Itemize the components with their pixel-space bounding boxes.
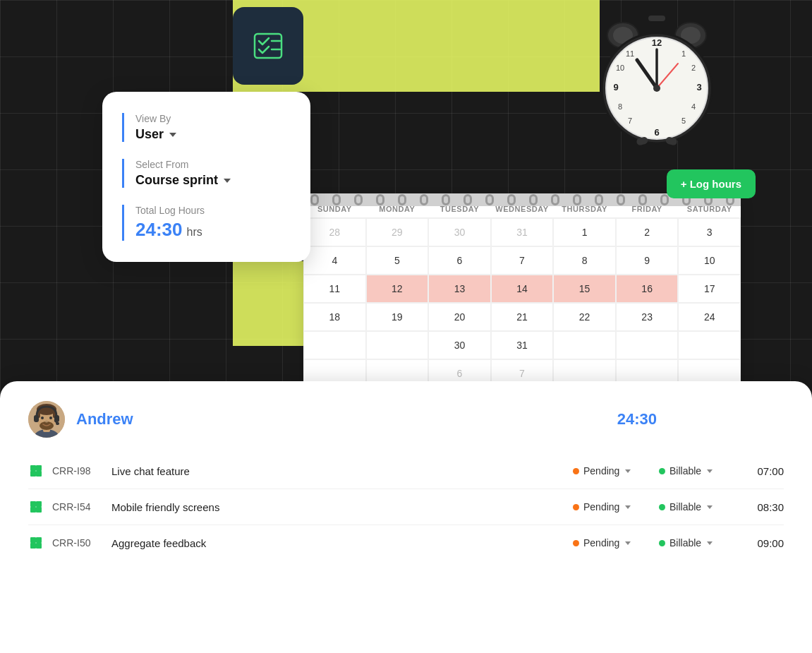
calendar-cell[interactable]: 9 xyxy=(616,246,679,275)
billing-badge[interactable]: Billable xyxy=(659,537,737,549)
calendar-cell[interactable]: 24 xyxy=(678,303,741,331)
status-badge[interactable]: Pending xyxy=(573,537,650,549)
svg-text:3: 3 xyxy=(696,82,701,92)
calendar-cell[interactable] xyxy=(553,331,616,359)
spiral-ring xyxy=(660,194,669,205)
task-time: 08:30 xyxy=(745,501,784,513)
task-name: Live chat feature xyxy=(111,465,564,477)
calendar-cell[interactable]: 1 xyxy=(553,218,616,246)
spiral-ring xyxy=(529,194,538,205)
hours-number: 24:30 xyxy=(135,219,183,241)
calendar-cell[interactable]: 3 xyxy=(678,218,741,246)
calendar-cell[interactable]: 23 xyxy=(616,303,679,331)
calendar-cell[interactable]: 12 xyxy=(366,275,429,303)
calendar-cell[interactable]: 11 xyxy=(303,275,366,303)
svg-text:12: 12 xyxy=(652,37,662,48)
calendar-cell[interactable]: 19 xyxy=(366,303,429,331)
calendar-cell[interactable] xyxy=(678,331,741,359)
select-from-value: Course sprint xyxy=(135,173,218,188)
calendar-cell[interactable]: 10 xyxy=(678,246,741,275)
svg-point-38 xyxy=(45,421,48,423)
calendar-cell[interactable]: 18 xyxy=(303,303,366,331)
calendar-cell[interactable]: 17 xyxy=(678,275,741,303)
task-name: Aggregate feedback xyxy=(111,537,564,549)
task-id: CRR-I98 xyxy=(52,465,103,477)
task-time: 09:00 xyxy=(745,537,784,549)
calendar-cell[interactable]: 4 xyxy=(303,246,366,275)
status-dot-pending xyxy=(573,540,579,546)
calendar-cell[interactable]: 29 xyxy=(366,218,429,246)
user-row: Andrew 24:30 xyxy=(28,401,784,438)
task-id: CRR-I54 xyxy=(52,501,103,513)
svg-point-37 xyxy=(49,417,52,419)
billing-label: Billable xyxy=(669,501,701,513)
flag-icon xyxy=(28,499,44,515)
log-hours-button[interactable]: + Log hours xyxy=(667,169,756,198)
svg-text:5: 5 xyxy=(681,116,686,125)
svg-rect-44 xyxy=(36,465,42,471)
task-name: Mobile friendly screens xyxy=(111,501,564,513)
calendar-cell[interactable]: 22 xyxy=(553,303,616,331)
status-label: Pending xyxy=(583,501,619,513)
flag-icon xyxy=(28,463,44,479)
calendar-cell[interactable]: 31 xyxy=(491,331,554,359)
calendar-cell[interactable]: 30 xyxy=(428,331,491,359)
calendar-cell[interactable]: 31 xyxy=(491,218,554,246)
calendar-cell[interactable] xyxy=(303,331,366,359)
spiral-ring xyxy=(551,194,559,205)
svg-rect-7 xyxy=(648,16,665,21)
task-list: CRR-I98 Live chat feature Pending Billab… xyxy=(28,453,784,561)
view-by-dropdown[interactable]: User xyxy=(135,127,291,142)
calendar-cell[interactable]: 6 xyxy=(428,246,491,275)
calendar-cell[interactable]: 13 xyxy=(428,275,491,303)
svg-rect-48 xyxy=(36,501,42,507)
app-icon[interactable] xyxy=(233,7,303,85)
calendar-cell[interactable]: 5 xyxy=(366,246,429,275)
task-row: CRR-I98 Live chat feature Pending Billab… xyxy=(28,453,784,489)
svg-rect-50 xyxy=(36,507,42,513)
control-card: View By User Select From Course sprint T… xyxy=(102,92,310,262)
svg-point-36 xyxy=(41,417,44,419)
user-total-hours: 24:30 xyxy=(617,410,657,429)
svg-rect-52 xyxy=(36,537,42,543)
status-badge[interactable]: Pending xyxy=(573,465,650,477)
avatar xyxy=(28,401,65,438)
svg-rect-54 xyxy=(36,543,42,549)
billing-dot xyxy=(659,540,665,546)
select-from-arrow-icon xyxy=(224,179,231,183)
calendar-cell[interactable]: 30 xyxy=(428,218,491,246)
svg-rect-46 xyxy=(36,471,42,477)
billing-badge[interactable]: Billable xyxy=(659,501,737,513)
svg-text:10: 10 xyxy=(616,64,624,72)
svg-text:11: 11 xyxy=(626,49,634,58)
svg-point-25 xyxy=(653,85,660,92)
spiral-ring xyxy=(595,194,603,205)
calendar-cell[interactable]: 2 xyxy=(616,218,679,246)
calendar-cell[interactable]: 16 xyxy=(616,275,679,303)
view-by-section: View By User xyxy=(122,113,291,142)
calendar-cell[interactable]: 14 xyxy=(491,275,554,303)
calendar-cell[interactable]: 28 xyxy=(303,218,366,246)
billing-badge[interactable]: Billable xyxy=(659,465,737,477)
svg-rect-0 xyxy=(255,34,281,58)
calendar-cell[interactable]: 7 xyxy=(491,246,554,275)
calendar-cell[interactable]: 8 xyxy=(553,246,616,275)
calendar-cell[interactable]: 20 xyxy=(428,303,491,331)
billing-arrow-icon xyxy=(707,505,713,509)
billing-label: Billable xyxy=(669,465,701,477)
status-arrow-icon xyxy=(625,505,631,509)
svg-text:8: 8 xyxy=(618,102,622,111)
billing-label: Billable xyxy=(669,537,701,549)
spiral-ring xyxy=(442,194,450,205)
calendar-cell[interactable]: 21 xyxy=(491,303,554,331)
svg-text:1: 1 xyxy=(681,49,686,58)
svg-rect-51 xyxy=(30,537,36,543)
spiral-ring xyxy=(376,194,384,205)
billing-arrow-icon xyxy=(707,541,713,545)
status-badge[interactable]: Pending xyxy=(573,501,650,513)
select-from-dropdown[interactable]: Course sprint xyxy=(135,173,291,188)
billing-arrow-icon xyxy=(707,469,713,473)
calendar-cell[interactable]: 15 xyxy=(553,275,616,303)
calendar-cell[interactable] xyxy=(616,331,679,359)
calendar-cell[interactable] xyxy=(366,331,429,359)
